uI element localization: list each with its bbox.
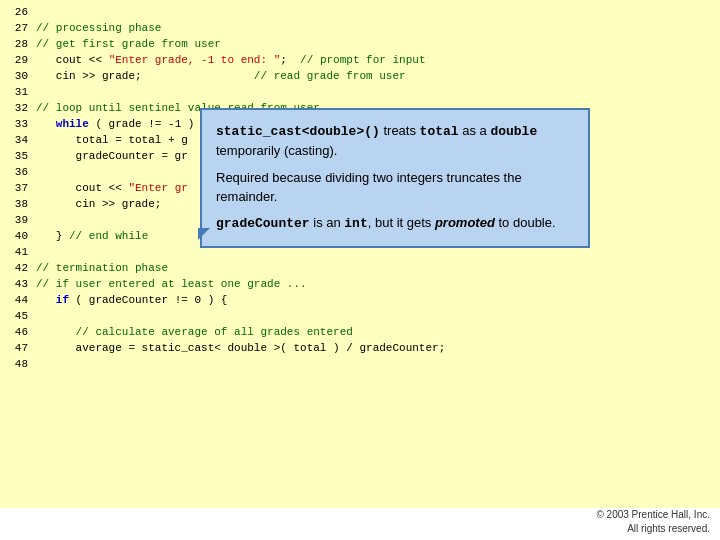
line-number: 32 [0, 100, 36, 116]
code-line: 28// get first grade from user [0, 36, 720, 52]
tooltip-line3: gradeCounter is an int, but it gets prom… [216, 214, 574, 234]
line-number: 31 [0, 84, 36, 100]
tooltip-line1: static_cast<double>() treats total as a … [216, 122, 574, 161]
line-number: 26 [0, 4, 36, 20]
code-line: 31 [0, 84, 720, 100]
code-line: 42// termination phase [0, 260, 720, 276]
line-number: 44 [0, 292, 36, 308]
code-line: 43// if user entered at least one grade … [0, 276, 720, 292]
line-content: // processing phase [36, 20, 161, 36]
line-number: 38 [0, 196, 36, 212]
line-number: 46 [0, 324, 36, 340]
code-area: 2627// processing phase28// get first gr… [0, 0, 720, 508]
line-number: 40 [0, 228, 36, 244]
line-content: // calculate average of all grades enter… [36, 324, 353, 340]
line-number: 47 [0, 340, 36, 356]
line-content: total = total + g [36, 132, 188, 148]
code-line: 26 [0, 4, 720, 20]
line-content: cin >> grade; // read grade from user [36, 68, 406, 84]
line-number: 27 [0, 20, 36, 36]
footer-line2: All rights reserved. [596, 522, 710, 536]
line-number: 36 [0, 164, 36, 180]
line-number: 33 [0, 116, 36, 132]
tooltip-pointer [198, 228, 210, 240]
line-number: 29 [0, 52, 36, 68]
line-number: 30 [0, 68, 36, 84]
code-line: 29 cout << "Enter grade, -1 to end: "; /… [0, 52, 720, 68]
line-content: gradeCounter = gr [36, 148, 188, 164]
line-number: 48 [0, 356, 36, 372]
code-line: 46 // calculate average of all grades en… [0, 324, 720, 340]
line-content: cout << "Enter grade, -1 to end: "; // p… [36, 52, 426, 68]
tooltip-popup: static_cast<double>() treats total as a … [200, 108, 590, 248]
line-number: 37 [0, 180, 36, 196]
line-number: 39 [0, 212, 36, 228]
code-line: 48 [0, 356, 720, 372]
line-number: 28 [0, 36, 36, 52]
code-line: 30 cin >> grade; // read grade from user [0, 68, 720, 84]
code-line: 44 if ( gradeCounter != 0 ) { [0, 292, 720, 308]
line-content: if ( gradeCounter != 0 ) { [36, 292, 227, 308]
footer: © 2003 Prentice Hall, Inc. All rights re… [596, 508, 710, 536]
line-content: // get first grade from user [36, 36, 221, 52]
code-line: 47 average = static_cast< double >( tota… [0, 340, 720, 356]
code-line: 27// processing phase [0, 20, 720, 36]
line-number: 42 [0, 260, 36, 276]
footer-line1: © 2003 Prentice Hall, Inc. [596, 508, 710, 522]
tooltip-line2: Required because dividing two integers t… [216, 169, 574, 207]
line-content: cin >> grade; [36, 196, 161, 212]
line-content: // termination phase [36, 260, 168, 276]
line-content: // if user entered at least one grade ..… [36, 276, 307, 292]
line-number: 43 [0, 276, 36, 292]
line-content: cout << "Enter gr [36, 180, 188, 196]
line-content: } // end while [36, 228, 148, 244]
line-number: 35 [0, 148, 36, 164]
line-content: while ( grade != -1 ) { [36, 116, 208, 132]
code-line: 45 [0, 308, 720, 324]
line-number: 41 [0, 244, 36, 260]
line-number: 45 [0, 308, 36, 324]
line-content: average = static_cast< double >( total )… [36, 340, 445, 356]
line-number: 34 [0, 132, 36, 148]
